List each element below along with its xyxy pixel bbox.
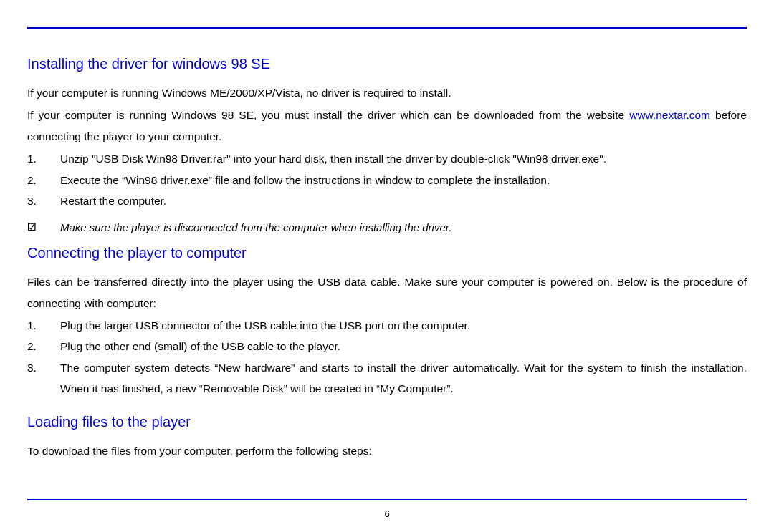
list-item: 3. Restart the computer. bbox=[27, 190, 747, 211]
list-text: The computer system detects “New hardwar… bbox=[60, 357, 747, 400]
section2-para1: Files can be transferred directly into t… bbox=[27, 271, 747, 314]
note-text: Make sure the player is disconnected fro… bbox=[60, 218, 747, 238]
top-divider bbox=[27, 27, 747, 29]
list-text: Restart the computer. bbox=[60, 190, 747, 211]
list-text: Unzip "USB Disk Win98 Driver.rar" into y… bbox=[60, 148, 747, 169]
section2-heading: Connecting the player to computer bbox=[27, 245, 747, 261]
section1-heading: Installing the driver for windows 98 SE bbox=[27, 56, 747, 72]
list-item: 1. Unzip "USB Disk Win98 Driver.rar" int… bbox=[27, 148, 747, 169]
list-number: 2. bbox=[27, 170, 60, 190]
section3-heading: Loading files to the player bbox=[27, 414, 747, 430]
list-number: 1. bbox=[27, 315, 60, 336]
section1-para1: If your computer is running Windows ME/2… bbox=[27, 82, 747, 103]
list-number: 1. bbox=[27, 148, 60, 169]
list-number: 3. bbox=[27, 357, 60, 378]
spacer bbox=[27, 405, 747, 414]
list-text: Plug the larger USB connector of the USB… bbox=[60, 315, 747, 336]
section2-list: 1. Plug the larger USB connector of the … bbox=[27, 315, 747, 400]
list-number: 2. bbox=[27, 336, 60, 357]
list-number: 3. bbox=[27, 190, 60, 211]
document-page: Installing the driver for windows 98 SE … bbox=[0, 0, 774, 461]
section1-note: ☑ Make sure the player is disconnected f… bbox=[27, 218, 747, 238]
note-icon: ☑ bbox=[27, 218, 60, 237]
list-text: Plug the other end (small) of the USB ca… bbox=[60, 336, 747, 357]
section3-para1: To download the files from your computer… bbox=[27, 440, 747, 461]
list-item: 1. Plug the larger USB connector of the … bbox=[27, 315, 747, 336]
page-number: 6 bbox=[0, 508, 774, 519]
list-item: 2. Plug the other end (small) of the USB… bbox=[27, 336, 747, 357]
bottom-divider bbox=[27, 499, 747, 500]
list-text: Execute the “Win98 driver.exe” file and … bbox=[60, 170, 747, 190]
section1-para2-pre: If your computer is running Windows 98 S… bbox=[27, 109, 629, 121]
list-item: 2. Execute the “Win98 driver.exe” file a… bbox=[27, 170, 747, 190]
list-item: 3. The computer system detects “New hard… bbox=[27, 357, 747, 400]
section1-para2: If your computer is running Windows 98 S… bbox=[27, 105, 747, 147]
nextar-link[interactable]: www.nextar.com bbox=[629, 109, 710, 121]
section1-list: 1. Unzip "USB Disk Win98 Driver.rar" int… bbox=[27, 148, 747, 211]
